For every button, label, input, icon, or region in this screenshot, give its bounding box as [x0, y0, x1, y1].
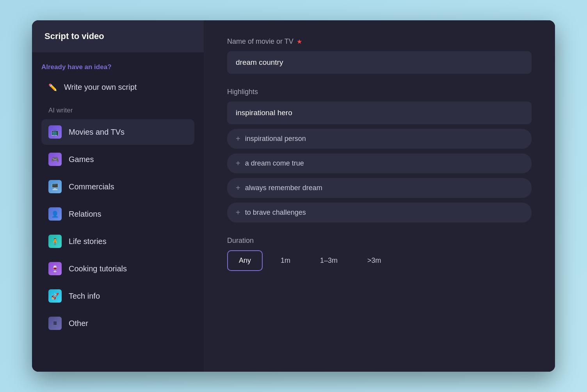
duration-any-button[interactable]: Any: [227, 250, 263, 271]
duration-label: Duration: [227, 237, 532, 245]
sidebar-item-life-stories[interactable]: 🧍 Life stories: [41, 228, 194, 254]
sidebar-body: Already have an idea? ✏️ Write your own …: [32, 52, 204, 372]
write-section: Already have an idea? ✏️ Write your own …: [41, 63, 194, 96]
highlight-tag-4[interactable]: + to brave challenges: [227, 203, 532, 223]
sidebar-item-cooking-label: Cooking tutorials: [69, 264, 127, 273]
sidebar-item-cooking[interactable]: 🍷 Cooking tutorials: [41, 256, 194, 282]
sidebar-item-life-stories-label: Life stories: [69, 237, 107, 246]
highlight-tag-1[interactable]: + inspirational person: [227, 129, 532, 149]
duration-options: Any 1m 1–3m >3m: [227, 250, 532, 271]
sidebar-item-relations-label: Relations: [69, 210, 101, 219]
pencil-icon: ✏️: [48, 83, 57, 92]
ai-writer-label: AI writer: [41, 107, 194, 114]
highlight-tag-label-3: always remember dream: [245, 184, 322, 192]
highlights-list: + inspirational person + a dream come tr…: [227, 102, 532, 223]
duration-3m-plus-button[interactable]: >3m: [356, 250, 393, 271]
sidebar-item-relations[interactable]: 👤 Relations: [41, 201, 194, 227]
duration-1m-button[interactable]: 1m: [269, 250, 302, 271]
required-indicator: ★: [297, 38, 302, 45]
sidebar: Script to video Already have an idea? ✏️…: [32, 20, 204, 372]
plus-icon-3: +: [236, 184, 240, 192]
plus-icon-4: +: [236, 208, 240, 217]
movies-icon: 📺: [48, 125, 62, 139]
highlight-tag-label-1: inspirational person: [245, 135, 306, 143]
sidebar-item-other[interactable]: ≡ Other: [41, 310, 194, 336]
sidebar-item-tech-label: Tech info: [69, 292, 100, 301]
write-own-script-label: Write your own script: [64, 83, 137, 92]
highlight-active-input[interactable]: [227, 102, 532, 124]
sidebar-item-movies-label: Movies and TVs: [69, 128, 125, 137]
name-field-group: Name of movie or TV ★: [227, 37, 532, 74]
app-window: Script to video Already have an idea? ✏️…: [32, 20, 555, 372]
sidebar-item-other-label: Other: [69, 319, 88, 328]
already-have-idea-label: Already have an idea?: [41, 63, 194, 71]
highlight-tag-3[interactable]: + always remember dream: [227, 178, 532, 198]
highlight-tag-2[interactable]: + a dream come true: [227, 153, 532, 173]
tech-icon: 🚀: [48, 289, 62, 303]
highlight-tag-label-2: a dream come true: [245, 159, 304, 167]
sidebar-item-tech[interactable]: 🚀 Tech info: [41, 283, 194, 309]
sidebar-item-games[interactable]: 🎮 Games: [41, 146, 194, 172]
app-title: Script to video: [44, 31, 104, 41]
sidebar-item-commercials-label: Commercials: [69, 182, 114, 191]
duration-1-3m-button[interactable]: 1–3m: [308, 250, 349, 271]
games-icon: 🎮: [48, 153, 62, 166]
write-own-script-item[interactable]: ✏️ Write your own script: [41, 79, 194, 96]
relations-icon: 👤: [48, 207, 62, 221]
sidebar-item-commercials[interactable]: 🖥️ Commercials: [41, 174, 194, 200]
plus-icon-2: +: [236, 159, 240, 168]
main-content: Name of movie or TV ★ Highlights + inspi…: [204, 20, 555, 372]
sidebar-header: Script to video: [32, 20, 204, 52]
name-label: Name of movie or TV ★: [227, 37, 532, 46]
commercials-icon: 🖥️: [48, 180, 62, 193]
sidebar-item-movies[interactable]: 📺 Movies and TVs: [41, 119, 194, 145]
highlights-label: Highlights: [227, 88, 532, 96]
duration-field-group: Duration Any 1m 1–3m >3m: [227, 237, 532, 271]
highlights-field-group: Highlights + inspirational person + a dr…: [227, 88, 532, 223]
life-stories-icon: 🧍: [48, 235, 62, 248]
movie-name-input[interactable]: [227, 51, 532, 74]
plus-icon-1: +: [236, 134, 240, 143]
sidebar-item-games-label: Games: [69, 155, 94, 164]
cooking-icon: 🍷: [48, 262, 62, 275]
highlight-tag-label-4: to brave challenges: [245, 208, 306, 217]
other-icon: ≡: [48, 317, 62, 330]
